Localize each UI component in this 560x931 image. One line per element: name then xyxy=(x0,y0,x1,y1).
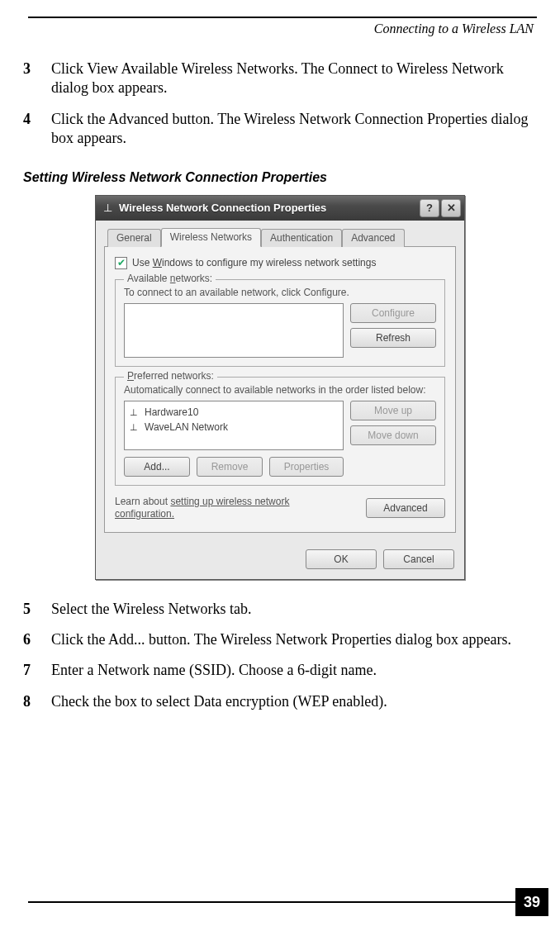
step-item: 3 Click View Available Wireless Networks… xyxy=(23,59,537,98)
tab-advanced[interactable]: Advanced xyxy=(342,229,404,247)
available-networks-legend: Available networks: xyxy=(124,273,216,284)
dialog-figure: ⊥ Wireless Network Connection Properties… xyxy=(23,195,537,580)
page-number: 39 xyxy=(515,888,548,916)
tab-general[interactable]: General xyxy=(107,229,161,247)
network-name: Hardware10 xyxy=(145,406,198,418)
network-icon: ⊥ xyxy=(130,422,140,432)
network-name: WaveLAN Network xyxy=(145,421,228,433)
step-number: 8 xyxy=(23,692,51,711)
step-text: Enter a Network name (SSID). Choose a 6-… xyxy=(51,661,537,680)
step-number: 4 xyxy=(23,110,51,149)
step-item: 6 Click the Add... button. The Wireless … xyxy=(23,630,537,649)
step-text: Click the Advanced button. The Wireless … xyxy=(51,110,537,149)
list-item[interactable]: ⊥ WaveLAN Network xyxy=(128,420,339,435)
wireless-properties-dialog: ⊥ Wireless Network Connection Properties… xyxy=(95,195,465,580)
learn-row: Learn about setting up wireless network … xyxy=(115,496,445,520)
close-button[interactable]: ✕ xyxy=(441,199,461,217)
wireless-icon: ⊥ xyxy=(101,202,114,215)
remove-button[interactable]: Remove xyxy=(197,457,263,477)
properties-button[interactable]: Properties xyxy=(269,457,344,477)
titlebar: ⊥ Wireless Network Connection Properties… xyxy=(96,196,464,221)
cancel-button[interactable]: Cancel xyxy=(383,549,454,569)
tab-wireless-networks[interactable]: Wireless Networks xyxy=(161,228,261,247)
available-networks-group: Available networks: To connect to an ava… xyxy=(115,279,445,367)
step-number: 3 xyxy=(23,59,51,98)
step-text: Click the Add... button. The Wireless Ne… xyxy=(51,630,537,649)
use-windows-checkbox-row: ✔ Use Windows to configure my wireless n… xyxy=(115,257,445,269)
step-text: Select the Wireless Networks tab. xyxy=(51,600,537,619)
figure-caption: Setting Wireless Network Connection Prop… xyxy=(23,170,537,185)
running-head: Connecting to a Wireless LAN xyxy=(23,21,534,36)
add-button[interactable]: Add... xyxy=(124,457,190,477)
step-item: 4 Click the Advanced button. The Wireles… xyxy=(23,110,537,149)
step-number: 6 xyxy=(23,630,51,649)
move-up-button[interactable]: Move up xyxy=(350,401,436,420)
tab-panel: ✔ Use Windows to configure my wireless n… xyxy=(104,247,456,533)
move-down-button[interactable]: Move down xyxy=(350,425,436,445)
help-button[interactable]: ? xyxy=(420,199,439,217)
dialog-title: Wireless Network Connection Properties xyxy=(119,202,418,214)
step-item: 5 Select the Wireless Networks tab. xyxy=(23,600,537,619)
preferred-desc: Automatically connect to available netwo… xyxy=(124,384,436,396)
available-networks-list[interactable] xyxy=(124,303,344,358)
configure-button[interactable]: Configure xyxy=(350,303,436,323)
learn-text: Learn about setting up wireless network … xyxy=(115,496,330,520)
close-icon: ✕ xyxy=(447,202,456,214)
network-icon: ⊥ xyxy=(130,407,140,417)
preferred-networks-list[interactable]: ⊥ Hardware10 ⊥ WaveLAN Network xyxy=(124,401,344,450)
tab-authentication[interactable]: Authentication xyxy=(261,229,342,247)
help-icon: ? xyxy=(426,202,433,214)
step-item: 7 Enter a Network name (SSID). Choose a … xyxy=(23,661,537,680)
top-rule xyxy=(28,17,537,18)
list-item[interactable]: ⊥ Hardware10 xyxy=(128,405,339,420)
tabs-row: General Wireless Networks Authentication… xyxy=(104,227,456,247)
step-number: 7 xyxy=(23,661,51,680)
dialog-footer: OK Cancel xyxy=(96,541,464,579)
available-desc: To connect to an available network, clic… xyxy=(124,287,436,298)
ok-button[interactable]: OK xyxy=(306,549,377,569)
advanced-button[interactable]: Advanced xyxy=(366,498,445,518)
use-windows-checkbox[interactable]: ✔ xyxy=(115,257,127,269)
refresh-button[interactable]: Refresh xyxy=(350,328,436,348)
bottom-rule xyxy=(28,901,515,903)
step-number: 5 xyxy=(23,600,51,619)
preferred-networks-legend: Preferred networks: xyxy=(124,370,217,382)
use-windows-label: Use Windows to configure my wireless net… xyxy=(132,257,376,268)
preferred-networks-group: Preferred networks: Automatically connec… xyxy=(115,377,445,486)
step-text: Check the box to select Data encryption … xyxy=(51,692,537,711)
step-text: Click View Available Wireless Networks. … xyxy=(51,59,537,98)
step-item: 8 Check the box to select Data encryptio… xyxy=(23,692,537,711)
